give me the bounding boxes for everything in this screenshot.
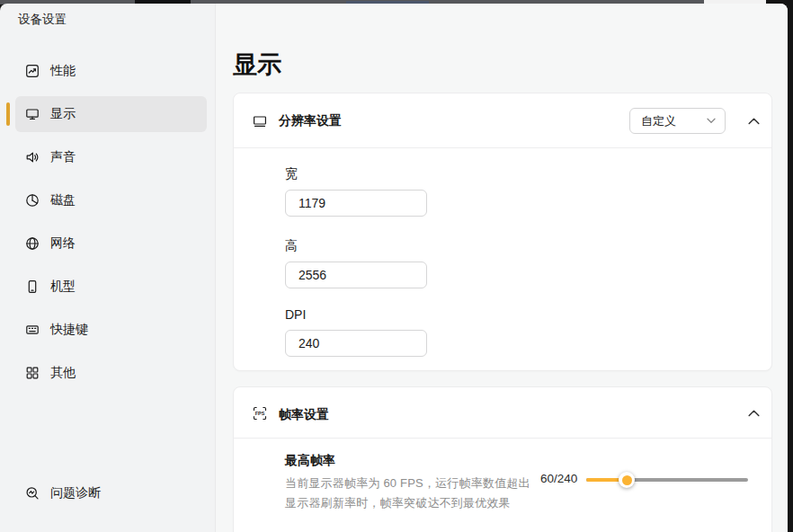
sidebar-item-label: 显示: [50, 96, 76, 132]
framerate-slider[interactable]: [586, 472, 748, 488]
max-framerate-description-line1: 当前显示器帧率为 60 FPS，运行帧率数值超出: [285, 475, 530, 492]
sidebar-item-bg: [15, 475, 207, 511]
fps-icon: FPS: [252, 405, 268, 421]
framerate-card: FPS 帧率设置 最高帧率 当前显示器帧率为 60 FPS，运行帧率数值超出 显…: [233, 386, 772, 532]
sidebar-item-bg: [15, 139, 207, 175]
sidebar-item-label: 磁盘: [50, 182, 76, 218]
sound-icon: [25, 150, 40, 164]
height-field-label: 高: [285, 238, 298, 254]
sidebar-item-sound[interactable]: 声音: [0, 139, 215, 175]
grid-icon: [25, 366, 40, 380]
collapse-framerate-button[interactable]: [743, 403, 764, 424]
page-title: 显示: [233, 49, 281, 81]
collapse-resolution-button[interactable]: [743, 111, 764, 132]
dpi-field-label: DPI: [285, 307, 306, 322]
sidebar-item-bg: [15, 312, 207, 348]
dropdown-selected-value: 自定义: [630, 113, 707, 129]
keyboard-icon: [25, 323, 40, 337]
resolution-card-title: 分辨率设置: [279, 93, 342, 148]
sidebar-item-bg: [15, 96, 207, 132]
sidebar-item-network[interactable]: 网络: [0, 226, 215, 262]
sidebar-item-diagnosis[interactable]: 问题诊断: [0, 475, 215, 511]
chevron-up-icon: [748, 118, 760, 125]
framerate-slider-value: 60/240: [540, 472, 577, 485]
slider-thumb[interactable]: [619, 472, 635, 488]
selected-accent-bar: [6, 102, 10, 126]
screen: 设备设置 性能 显示: [0, 0, 793, 532]
sidebar: 性能 显示 声音: [0, 4, 215, 532]
sidebar-item-label: 问题诊断: [50, 475, 101, 511]
max-framerate-description-line2: 显示器刷新率时，帧率突破达不到最优效果: [285, 495, 511, 511]
sidebar-item-label: 快捷键: [50, 312, 88, 348]
phone-icon: [25, 279, 40, 294]
fps-icon-text: FPS: [255, 411, 265, 416]
sidebar-item-label: 性能: [50, 53, 76, 89]
height-input[interactable]: [285, 262, 427, 288]
sidebar-item-label: 网络: [50, 226, 76, 262]
network-icon: [25, 236, 40, 251]
dpi-input[interactable]: [285, 330, 427, 357]
resolution-preset-dropdown[interactable]: 自定义: [629, 108, 726, 134]
sidebar-item-shortcuts[interactable]: 快捷键: [0, 312, 215, 348]
settings-window: 设备设置 性能 显示: [0, 4, 788, 532]
framerate-card-header: FPS 帧率设置: [234, 387, 771, 439]
sidebar-item-bg: [15, 269, 207, 305]
sidebar-item-bg: [15, 182, 207, 218]
sidebar-item-model[interactable]: 机型: [0, 269, 215, 305]
content-panel: 显示 分辨率设置 自定义: [215, 4, 788, 532]
sidebar-item-display[interactable]: 显示: [0, 96, 215, 132]
width-input[interactable]: [285, 190, 427, 217]
max-framerate-label: 最高帧率: [285, 453, 335, 469]
resolution-card: 分辨率设置 自定义 宽 高: [233, 93, 772, 371]
resolution-icon: [252, 113, 268, 129]
display-icon: [25, 107, 40, 121]
sidebar-item-bg: [15, 53, 207, 89]
chevron-down-icon: [707, 118, 716, 124]
sidebar-item-label: 机型: [50, 269, 76, 305]
sidebar-item-label: 声音: [50, 139, 76, 175]
sidebar-item-bg: [15, 226, 207, 262]
framerate-card-title: 帧率设置: [279, 387, 329, 442]
diagnosis-icon: [25, 486, 40, 501]
performance-icon: [25, 64, 40, 78]
sidebar-item-label: 其他: [50, 355, 76, 391]
width-field-label: 宽: [285, 166, 298, 182]
sidebar-item-bg: [15, 355, 207, 391]
sidebar-item-other[interactable]: 其他: [0, 355, 215, 391]
sidebar-item-disk[interactable]: 磁盘: [0, 182, 215, 218]
chevron-up-icon: [748, 410, 760, 417]
resolution-card-header: 分辨率设置 自定义: [234, 93, 771, 148]
disk-icon: [25, 193, 40, 208]
sidebar-item-performance[interactable]: 性能: [0, 53, 215, 89]
